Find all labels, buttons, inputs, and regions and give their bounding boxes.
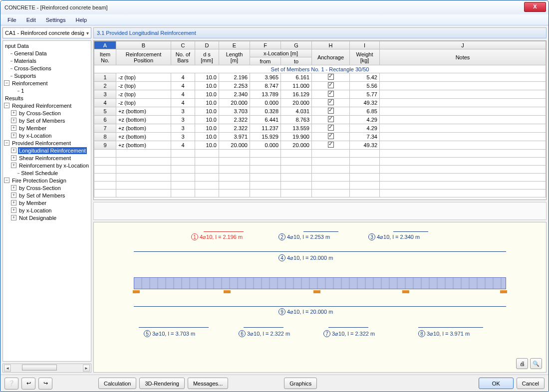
cancel-button[interactable]: Cancel [517, 378, 545, 389]
collapse-icon[interactable]: − [4, 178, 9, 183]
col-D[interactable]: D [195, 41, 219, 49]
tree-req-som[interactable]: +by Set of Members [3, 117, 91, 124]
anchorage-checkbox[interactable] [328, 116, 334, 122]
col-A[interactable]: A [94, 41, 116, 49]
anchorage-checkbox[interactable] [328, 142, 334, 148]
col-C[interactable]: C [171, 41, 195, 49]
render-button[interactable]: 3D-Rendering [139, 378, 184, 389]
table-row[interactable]: 9+z (bottom)410.020.0000.00020.00049.32 [94, 141, 546, 150]
table-row[interactable]: 3-z (top)410.02.34013.78916.1295.77 [94, 90, 546, 99]
diag-bar-2[interactable]: 24⌀10, l = 2.253 m [278, 233, 330, 240]
diag-bar-6[interactable]: 63⌀10, l = 2.322 m [239, 330, 290, 337]
table-row[interactable]: 7+z (bottom)310.02.32211.23713.5594.29 [94, 124, 546, 133]
diag-bar-5[interactable]: 53⌀10, l = 3.703 m [144, 330, 195, 337]
expand-icon[interactable]: + [11, 118, 16, 123]
col-G[interactable]: G [281, 41, 312, 49]
diag-bar-9[interactable]: 94⌀10, l = 20.000 m [278, 308, 333, 315]
scroll-right-icon[interactable]: ► [83, 365, 90, 372]
scroll-left-icon[interactable]: ◄ [4, 365, 11, 372]
tree-reinf-xloc[interactable]: +Reinforcement by x-Location [3, 162, 91, 169]
expand-icon[interactable]: + [11, 155, 16, 161]
anchorage-checkbox[interactable] [328, 99, 334, 105]
messages-button[interactable]: Messages... [188, 378, 228, 389]
ok-button[interactable]: OK [479, 378, 514, 389]
tree-not-designable[interactable]: +Not Designable [3, 214, 91, 221]
group-row[interactable]: Set of Members No. 1 - Rectangle 30/50 [94, 65, 546, 73]
table-row[interactable]: 2-z (top)410.02.2538.74711.0005.56 [94, 82, 546, 90]
col-E[interactable]: E [219, 41, 250, 49]
print-button[interactable]: 🖨 [516, 358, 528, 369]
table-row[interactable]: 4-z (top)410.020.0000.00020.00049.32 [94, 99, 546, 107]
expand-icon[interactable]: + [11, 215, 16, 220]
diag-bar-4[interactable]: 44⌀10, l = 20.000 m [278, 254, 333, 261]
diag-bar-1[interactable]: 14⌀10, l = 2.196 m [191, 233, 243, 240]
zoom-button[interactable]: 🔍 [530, 358, 542, 369]
scroll-thumb[interactable] [22, 365, 57, 371]
expand-icon[interactable]: + [11, 185, 16, 191]
tree-general-data[interactable]: ····General Data [3, 49, 91, 57]
diag-bar-3[interactable]: 34⌀10, l = 2.340 m [368, 233, 420, 240]
anchorage-checkbox[interactable] [328, 82, 334, 88]
case-dropdown[interactable]: CA1 - Reinforced concrete desig ▾ [2, 27, 91, 38]
diag-bar-7[interactable]: 73⌀10, l = 2.322 m [323, 330, 375, 337]
tree-results[interactable]: Results [3, 94, 91, 102]
tree-shear-reinf[interactable]: +Shear Reinforcement [3, 154, 91, 162]
expand-icon[interactable]: + [11, 193, 16, 198]
expand-icon[interactable]: + [11, 163, 16, 168]
anchorage-checkbox[interactable] [328, 74, 334, 80]
tree-fp-cs[interactable]: +by Cross-Section [3, 184, 91, 192]
collapse-icon[interactable]: − [4, 140, 9, 146]
help-button[interactable]: ❔ [4, 378, 18, 390]
close-button[interactable]: X [524, 2, 546, 12]
expand-icon[interactable]: + [11, 200, 16, 205]
col-B[interactable]: B [116, 41, 171, 49]
calculation-button[interactable]: Calculation [98, 378, 136, 389]
col-H[interactable]: H [312, 41, 350, 49]
collapse-icon[interactable]: − [4, 80, 9, 86]
table-row[interactable]: 8+z (bottom)310.03.97115.92919.9007.34 [94, 133, 546, 141]
menu-settings[interactable]: Settings [41, 15, 71, 24]
tree-reinforcement[interactable]: −Reinforcement [3, 79, 91, 87]
tree-supports[interactable]: ····Supports [3, 72, 91, 79]
reinforcement-diagram[interactable]: 14⌀10, l = 2.196 m 24⌀10, l = 2.253 m 34… [93, 222, 547, 373]
table-row[interactable]: 1-z (top)410.02.1963.9656.1615.42 [94, 73, 546, 82]
anchorage-checkbox[interactable] [328, 133, 334, 139]
tree-fire-protection[interactable]: −Fire Protection Design [3, 177, 91, 184]
expand-icon[interactable]: + [11, 133, 16, 138]
tree-materials[interactable]: ····Materials [3, 57, 91, 64]
nav-tree[interactable]: nput Data ····General Data ····Materials… [2, 40, 91, 362]
collapse-icon[interactable]: − [4, 103, 9, 108]
col-I[interactable]: I [350, 41, 380, 49]
tree-hscroll[interactable]: ◄ ► [2, 364, 91, 373]
anchorage-checkbox[interactable] [328, 91, 334, 97]
graphics-button[interactable]: Graphics [284, 378, 317, 389]
tree-steel-schedule[interactable]: ····Steel Schedule [3, 169, 91, 177]
tree-req-member[interactable]: +by Member [3, 124, 91, 132]
tree-required-reinf[interactable]: −Required Reinforcement [3, 102, 91, 109]
tree-req-xloc[interactable]: +by x-Location [3, 132, 91, 139]
scroll-track[interactable] [12, 365, 82, 372]
tree-cross-sections[interactable]: ····Cross-Sections [3, 64, 91, 72]
table-row[interactable]: 5+z (bottom)310.03.7030.3284.0316.85 [94, 107, 546, 116]
menu-help[interactable]: Help [70, 15, 92, 24]
col-J[interactable]: J [380, 41, 546, 49]
table-row[interactable]: 6+z (bottom)310.02.3226.4418.7634.29 [94, 116, 546, 124]
tree-long-reinf[interactable]: +Longitudinal Reinforcement [3, 147, 91, 154]
next-button[interactable]: ↪ [38, 378, 52, 390]
prev-button[interactable]: ↩ [21, 378, 35, 390]
data-grid[interactable]: A B C D E F G H I J ItemNo. [93, 40, 547, 200]
tree-reinf-1[interactable]: ····1 [3, 87, 91, 94]
col-F[interactable]: F [250, 41, 281, 49]
menu-edit[interactable]: Edit [21, 15, 41, 24]
tree-fp-member[interactable]: +by Member [3, 199, 91, 206]
expand-icon[interactable]: + [11, 110, 16, 116]
expand-icon[interactable]: + [11, 148, 16, 153]
tree-req-cs[interactable]: +by Cross-Section [3, 109, 91, 117]
expand-icon[interactable]: + [11, 125, 16, 131]
anchorage-checkbox[interactable] [328, 108, 334, 114]
diag-bar-8[interactable]: 83⌀10, l = 3.971 m [418, 330, 470, 337]
menu-file[interactable]: File [2, 15, 21, 24]
tree-fp-xloc[interactable]: +by x-Location [3, 206, 91, 214]
tree-input-data[interactable]: nput Data [3, 42, 91, 49]
tree-fp-som[interactable]: +by Set of Members [3, 192, 91, 199]
